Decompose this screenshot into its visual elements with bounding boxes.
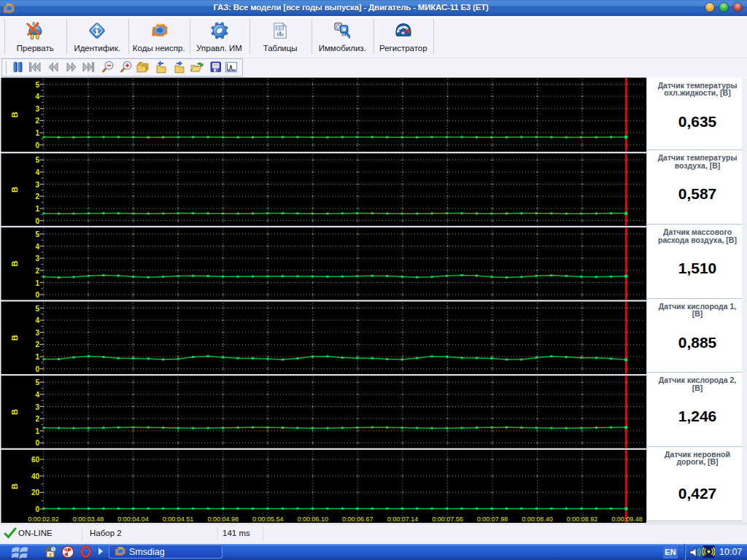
- svg-text:1: 1: [35, 205, 39, 213]
- svg-text:2: 2: [35, 192, 39, 201]
- svg-text:0:00:03.48: 0:00:03.48: [73, 516, 104, 523]
- svg-text:0:00:08.40: 0:00:08.40: [522, 516, 553, 523]
- svg-text:5: 5: [35, 156, 39, 164]
- svg-text:0: 0: [35, 291, 39, 299]
- svg-text:3: 3: [35, 181, 39, 189]
- svg-text:0: 0: [35, 365, 39, 373]
- svg-text:3: 3: [35, 403, 39, 411]
- svg-text:1: 1: [35, 353, 39, 361]
- svg-text:0:00:04.51: 0:00:04.51: [163, 516, 194, 523]
- svg-text:0:00:04.98: 0:00:04.98: [207, 516, 239, 523]
- svg-text:4: 4: [35, 391, 39, 399]
- svg-text:0:00:07.98: 0:00:07.98: [477, 516, 508, 523]
- svg-text:0:00:06.67: 0:00:06.67: [342, 516, 374, 523]
- svg-text:1: 1: [35, 427, 39, 435]
- svg-text:20: 20: [31, 489, 40, 497]
- svg-text:3: 3: [35, 329, 39, 337]
- svg-text:1: 1: [35, 279, 39, 287]
- svg-text:5: 5: [35, 378, 39, 386]
- svg-text:5: 5: [35, 305, 39, 313]
- svg-text:0:00:05.54: 0:00:05.54: [252, 516, 284, 523]
- svg-text:2: 2: [35, 117, 39, 125]
- svg-text:В: В: [10, 112, 19, 117]
- svg-text:4: 4: [35, 168, 39, 176]
- svg-text:4: 4: [35, 93, 39, 101]
- svg-text:2: 2: [35, 341, 39, 349]
- svg-text:3: 3: [35, 254, 39, 262]
- svg-text:4: 4: [35, 316, 39, 324]
- svg-text:0:00:08.92: 0:00:08.92: [567, 516, 598, 523]
- svg-text:40: 40: [31, 472, 40, 481]
- svg-text:0:00:02.92: 0:00:02.92: [28, 516, 59, 523]
- svg-text:В: В: [10, 483, 19, 489]
- svg-text:2: 2: [35, 415, 39, 423]
- svg-text:0: 0: [35, 439, 39, 447]
- svg-text:0:00:07.56: 0:00:07.56: [432, 516, 463, 523]
- svg-text:3: 3: [35, 105, 39, 113]
- svg-text:0:00:07.14: 0:00:07.14: [387, 516, 419, 523]
- svg-text:0:00:06.10: 0:00:06.10: [298, 516, 329, 523]
- svg-text:0:00:09.48: 0:00:09.48: [611, 516, 643, 523]
- svg-text:4: 4: [35, 243, 39, 251]
- svg-text:5: 5: [35, 81, 39, 89]
- svg-text:1: 1: [35, 129, 39, 137]
- svg-text:2: 2: [35, 267, 39, 275]
- svg-text:В: В: [10, 187, 19, 192]
- svg-text:60: 60: [31, 456, 40, 464]
- svg-text:В: В: [10, 409, 19, 415]
- svg-text:5: 5: [35, 230, 39, 238]
- svg-text:0:00:04.04: 0:00:04.04: [117, 516, 149, 523]
- svg-text:В: В: [10, 335, 19, 341]
- svg-text:В: В: [10, 261, 19, 267]
- svg-text:0: 0: [35, 217, 39, 225]
- svg-text:0: 0: [35, 505, 39, 513]
- svg-text:0: 0: [35, 141, 39, 149]
